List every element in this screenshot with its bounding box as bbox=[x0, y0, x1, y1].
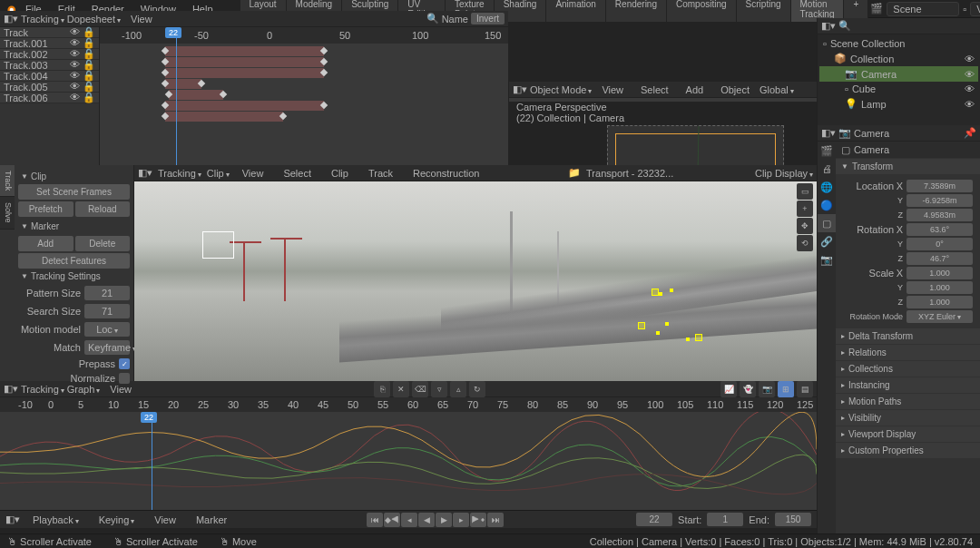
section-motion-paths[interactable]: Motion Paths bbox=[836, 394, 980, 409]
section-relations[interactable]: Relations bbox=[836, 345, 980, 360]
dope-bar[interactable] bbox=[169, 90, 223, 100]
section-viewport-display[interactable]: Viewport Display bbox=[836, 426, 980, 442]
outliner-item-cube[interactable]: ▫Cube👁 bbox=[819, 82, 978, 96]
add-marker-button[interactable]: Add bbox=[18, 236, 74, 251]
frame-next-button[interactable]: ▸ bbox=[453, 513, 469, 527]
dope-bar[interactable] bbox=[165, 79, 201, 89]
dope-bar[interactable] bbox=[165, 101, 324, 111]
location-y-field[interactable]: -6.9258m bbox=[906, 194, 973, 207]
current-frame-field[interactable]: 22 bbox=[636, 513, 672, 526]
orientation[interactable]: Global bbox=[760, 84, 794, 95]
scale-z-field[interactable]: 1.000 bbox=[906, 296, 973, 308]
marker-panel-title[interactable]: Marker bbox=[18, 219, 130, 234]
reload-button[interactable]: Reload bbox=[75, 201, 131, 217]
name-filter[interactable]: Name bbox=[442, 14, 468, 24]
motion-model-field[interactable]: Loc bbox=[84, 322, 130, 337]
section-visibility[interactable]: Visibility bbox=[836, 410, 980, 426]
outliner-item-collection[interactable]: 📦Collection👁 bbox=[819, 51, 978, 66]
outliner-scene-collection[interactable]: ▫Scene Collection bbox=[819, 36, 978, 51]
folder-icon[interactable]: 📁 bbox=[568, 167, 581, 179]
dopesheet-submode[interactable]: Dopesheet bbox=[67, 14, 121, 24]
dopesheet-view[interactable]: View bbox=[123, 12, 160, 26]
dope-bar[interactable] bbox=[165, 112, 283, 122]
location-z-field[interactable]: 4.9583m bbox=[906, 209, 973, 221]
view3d-object[interactable]: Object bbox=[713, 83, 757, 97]
tool-select[interactable]: ▭ bbox=[797, 183, 813, 200]
dope-bar[interactable] bbox=[165, 57, 324, 67]
prop-tab-scene[interactable]: 🌐 bbox=[818, 178, 836, 196]
scale-x-field[interactable]: 1.000 bbox=[906, 267, 973, 279]
rotation-x-field[interactable]: 63.6° bbox=[906, 223, 973, 236]
view3d-add[interactable]: Add bbox=[679, 83, 711, 97]
normalize-checkbox[interactable] bbox=[119, 373, 130, 384]
prop-tab-world[interactable]: 🔵 bbox=[818, 196, 836, 214]
graph-tool[interactable]: ↻ bbox=[469, 381, 485, 397]
tracking-marker-selected[interactable] bbox=[652, 289, 659, 296]
prepass-checkbox[interactable] bbox=[119, 358, 130, 369]
outliner-item-lamp[interactable]: 💡Lamp👁 bbox=[819, 96, 978, 112]
keyframe-prev-button[interactable]: ◆⯇ bbox=[384, 513, 400, 527]
rotation-z-field[interactable]: 46.7° bbox=[906, 252, 973, 265]
editor-type-icon[interactable]: ◧▾ bbox=[138, 167, 152, 179]
graph-toggle[interactable]: 📷 bbox=[759, 381, 775, 397]
tracking-marker-selected[interactable] bbox=[638, 322, 645, 329]
tracking-marker-selected[interactable] bbox=[695, 334, 702, 341]
prop-tab-output[interactable]: 🖨 bbox=[818, 160, 836, 178]
graph-toggle[interactable]: 📈 bbox=[720, 381, 737, 397]
timeline-marker[interactable]: Marker bbox=[189, 513, 234, 527]
view3d-view[interactable]: View bbox=[594, 83, 631, 97]
delete-marker-button[interactable]: Delete bbox=[75, 236, 131, 251]
match-field[interactable]: Keyframe bbox=[84, 340, 130, 355]
tracking-marker[interactable] bbox=[202, 231, 234, 259]
dopesheet-canvas[interactable]: -100-50050100150 22 bbox=[100, 27, 508, 172]
keying-menu[interactable]: Keying bbox=[92, 513, 142, 527]
prop-tab-render[interactable]: 🎬 bbox=[818, 142, 836, 160]
tracking-mode[interactable]: Tracking bbox=[21, 14, 64, 24]
section-collections[interactable]: Collections bbox=[836, 361, 980, 377]
clip-select-menu[interactable]: Select bbox=[276, 166, 318, 181]
dope-bar[interactable] bbox=[165, 46, 324, 56]
timeline-view[interactable]: View bbox=[147, 513, 183, 527]
scene-field[interactable]: Scene bbox=[887, 2, 959, 16]
clip-track-menu[interactable]: Track bbox=[361, 166, 400, 181]
outliner-item-camera[interactable]: 📷Camera👁 bbox=[819, 66, 978, 82]
tool-move[interactable]: ✥ bbox=[797, 218, 813, 234]
clip-submode[interactable]: Clip bbox=[207, 168, 230, 179]
tool-cursor[interactable]: + bbox=[797, 201, 813, 217]
keyframe-next-button[interactable]: ⯈◆ bbox=[470, 513, 486, 527]
dope-bar[interactable] bbox=[165, 68, 324, 78]
start-frame-field[interactable]: 1 bbox=[707, 513, 743, 526]
clip-clip-menu[interactable]: Clip bbox=[324, 166, 356, 181]
prop-tab-object[interactable]: ▢ bbox=[818, 214, 836, 232]
editor-type-icon[interactable]: ◧▾ bbox=[821, 20, 836, 32]
section-delta-transform[interactable]: Delta Transform bbox=[836, 328, 980, 344]
vtab-solve[interactable]: Solve bbox=[0, 197, 15, 230]
clip-filename[interactable]: Transport - 23232... bbox=[586, 168, 673, 179]
set-scene-frames-button[interactable]: Set Scene Frames bbox=[18, 184, 130, 200]
graph-tool[interactable]: ⎘ bbox=[374, 381, 390, 397]
outliner[interactable]: ▫Scene Collection 📦Collection👁📷Camera👁▫C… bbox=[818, 34, 980, 125]
tracking-settings-title[interactable]: Tracking Settings bbox=[18, 269, 130, 284]
graph-toggle[interactable]: ▤ bbox=[797, 381, 813, 397]
play-button[interactable]: ▶ bbox=[436, 513, 452, 527]
viewlayer-field[interactable]: View Layer bbox=[970, 2, 980, 16]
track-item[interactable]: Track.006👁 🔒 bbox=[0, 93, 99, 103]
tool-rotate[interactable]: ⟲ bbox=[797, 235, 813, 251]
editor-type-icon[interactable]: ◧▾ bbox=[5, 514, 20, 525]
prefetch-button[interactable]: Prefetch bbox=[18, 201, 74, 217]
transform-section[interactable]: Transform bbox=[836, 159, 980, 174]
view3d-select[interactable]: Select bbox=[633, 83, 676, 97]
section-instancing[interactable]: Instancing bbox=[836, 377, 980, 393]
object-mode[interactable]: Object Mode bbox=[530, 84, 592, 95]
clip-view[interactable]: ◧▾ Tracking Clip View Select Clip Track … bbox=[134, 165, 817, 381]
graph-tool[interactable]: ✕ bbox=[393, 381, 409, 397]
rotation-y-field[interactable]: 0° bbox=[906, 238, 973, 250]
clip-mode[interactable]: Tracking bbox=[158, 168, 201, 179]
graph-tool[interactable]: ▵ bbox=[450, 381, 466, 397]
rotation-mode-field[interactable]: XYZ Euler bbox=[906, 310, 973, 323]
clip-panel-title[interactable]: Clip bbox=[18, 169, 130, 184]
pin-icon[interactable]: 📌 bbox=[964, 127, 976, 139]
invert-button[interactable]: Invert bbox=[471, 13, 505, 24]
vtab-track[interactable]: Track bbox=[0, 165, 15, 197]
end-frame-field[interactable]: 150 bbox=[775, 513, 811, 526]
